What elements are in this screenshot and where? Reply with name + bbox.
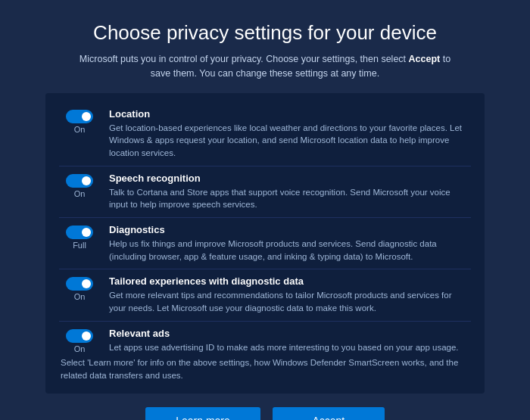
toggle-area-diagnostics: Full xyxy=(59,224,100,250)
setting-content-diagnostics: DiagnosticsHelp us fix things and improv… xyxy=(109,224,471,263)
toggle-label-location: On xyxy=(74,125,86,134)
setting-title-location: Location xyxy=(109,108,471,120)
footer-note: Select 'Learn more' for info on the abov… xyxy=(59,356,471,383)
toggle-area-speech: On xyxy=(59,173,100,198)
setting-content-tailored: Tailored experiences with diagnostic dat… xyxy=(109,275,471,314)
toggle-label-tailored: On xyxy=(74,292,86,301)
setting-row-diagnostics: FullDiagnosticsHelp us fix things and im… xyxy=(59,218,471,269)
setting-title-diagnostics: Diagnostics xyxy=(109,224,471,235)
toggle-area-tailored: On xyxy=(59,275,100,301)
settings-panel: OnLocationGet location-based experiences… xyxy=(45,93,485,394)
page-subtitle: Microsoft puts you in control of your pr… xyxy=(68,52,462,81)
setting-row-speech: OnSpeech recognitionTalk to Cortana and … xyxy=(59,166,471,218)
subtitle-pre: Microsoft puts you in control of your pr… xyxy=(80,54,409,64)
setting-title-ads: Relevant ads xyxy=(109,328,471,339)
setting-title-speech: Speech recognition xyxy=(109,173,471,184)
toggle-speech[interactable] xyxy=(66,174,93,188)
setting-content-speech: Speech recognitionTalk to Cortana and St… xyxy=(109,173,471,211)
learn-more-button[interactable]: Learn more xyxy=(145,407,260,420)
button-row: Learn more Accept xyxy=(145,407,385,420)
toggle-diagnostics[interactable] xyxy=(66,226,93,239)
setting-content-location: LocationGet location-based experiences l… xyxy=(109,108,471,160)
setting-desc-ads: Let apps use advertising ID to make ads … xyxy=(109,341,471,354)
toggle-label-speech: On xyxy=(74,189,86,198)
toggle-label-ads: On xyxy=(74,344,86,353)
toggle-location[interactable] xyxy=(66,110,93,123)
toggle-area-location: On xyxy=(59,108,100,134)
setting-row-tailored: OnTailored experiences with diagnostic d… xyxy=(59,269,471,321)
toggle-label-diagnostics: Full xyxy=(73,241,86,250)
setting-desc-speech: Talk to Cortana and Store apps that supp… xyxy=(109,186,471,211)
toggle-tailored[interactable] xyxy=(66,277,93,291)
setting-row-ads: OnRelevant adsLet apps use advertising I… xyxy=(59,322,471,354)
page-title: Choose privacy settings for your device xyxy=(93,21,437,45)
setting-row-location: OnLocationGet location-based experiences… xyxy=(59,102,471,166)
setting-title-tailored: Tailored experiences with diagnostic dat… xyxy=(109,275,471,287)
page-wrapper: Choose privacy settings for your device … xyxy=(0,0,530,420)
toggle-area-ads: On xyxy=(59,328,100,353)
accept-button[interactable]: Accept xyxy=(273,407,385,420)
setting-content-ads: Relevant adsLet apps use advertising ID … xyxy=(109,328,471,354)
setting-desc-location: Get location-based experiences like loca… xyxy=(109,122,471,160)
toggle-ads[interactable] xyxy=(66,329,93,343)
setting-desc-diagnostics: Help us fix things and improve Microsoft… xyxy=(109,238,471,263)
setting-desc-tailored: Get more relevant tips and recommendatio… xyxy=(109,289,471,314)
subtitle-bold: Accept xyxy=(409,54,441,64)
